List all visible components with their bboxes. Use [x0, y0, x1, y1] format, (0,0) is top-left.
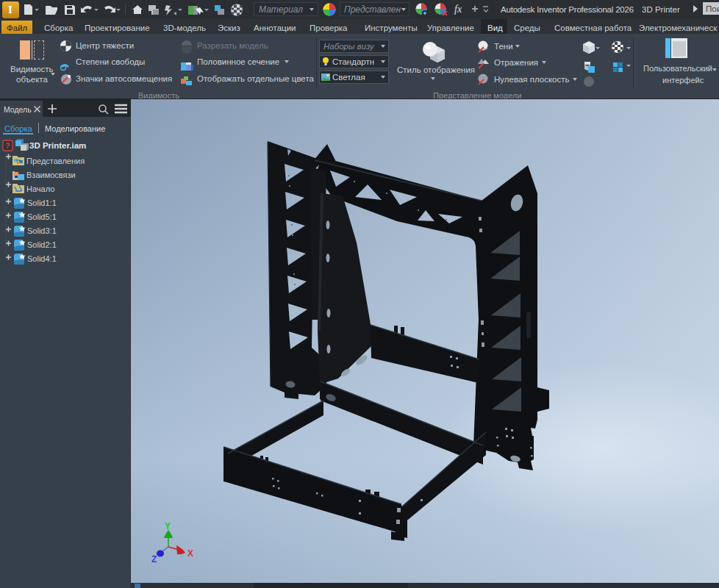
- svg-text:Z: Z: [151, 554, 157, 564]
- svg-text:Y: Y: [165, 521, 171, 531]
- svg-text:X: X: [187, 548, 193, 559]
- svg-text:fx: fx: [454, 4, 462, 15]
